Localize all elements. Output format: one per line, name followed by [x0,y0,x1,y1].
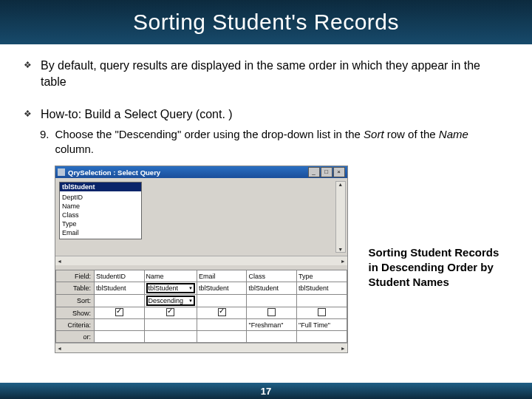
grid-label: Table: [56,282,95,295]
grid-label: or: [56,331,95,343]
show-checkbox[interactable] [115,308,123,316]
step-item: 9. Choose the "Descending" order using t… [40,127,508,157]
grid-cell[interactable]: Class [247,270,297,282]
diamond-bullet-icon: ❖ [24,58,32,90]
table-dropdown[interactable]: tblStudent▼ [146,283,195,293]
window-title: QrySelection : Select Query [68,168,308,177]
window-icon [58,168,65,176]
grid-row-criteria: Criteria: "Freshman" "Full Time" [56,319,347,331]
horizontal-scrollbar[interactable]: ◄ ► [55,256,347,265]
show-checkbox[interactable] [218,308,226,316]
scroll-down-icon[interactable]: ▼ [338,247,343,252]
grid-cell[interactable] [297,331,347,343]
field-item[interactable]: Name [62,202,139,211]
grid-cell[interactable] [197,319,247,331]
show-checkbox[interactable] [166,308,174,316]
grid-label: Field: [56,270,95,282]
minimize-button[interactable]: _ [308,167,320,177]
grid-cell[interactable] [197,331,247,343]
field-item[interactable]: Class [62,211,139,219]
grid-cell[interactable]: Type [297,270,347,282]
grid-cell[interactable]: tblStudent [297,282,347,295]
field-item[interactable]: Email [62,228,139,237]
step-text: Choose the "Descending" order using the … [55,127,508,157]
table-field-body: DeptID Name Class Type Email [60,191,141,239]
grid-cell[interactable]: tblStudent [247,282,297,295]
grid-cell[interactable] [95,307,145,319]
grid-cell[interactable] [144,331,197,343]
grid-cell[interactable] [144,319,197,331]
access-query-window: QrySelection : Select Query _ □ × tblStu… [55,166,348,353]
slide-title: Sorting Student's Records [133,10,399,35]
grid-cell[interactable] [297,295,347,307]
diamond-bullet-icon: ❖ [24,106,32,123]
window-buttons: _ □ × [308,167,345,177]
grid-cell[interactable] [247,307,297,319]
grid-cell[interactable]: Email [197,270,247,282]
grid-cell[interactable]: Descending▼ [144,295,197,307]
grid-cell[interactable] [95,295,145,307]
grid-label: Sort: [56,295,95,307]
callout-text: Sorting Student Records in Descending Or… [369,245,508,290]
grid-cell[interactable]: "Full Time" [297,319,347,331]
grid-row-sort: Sort: Descending▼ [56,295,347,307]
grid-cell[interactable]: tblStudent▼ [144,282,197,295]
grid-cell[interactable] [95,319,145,331]
grid-cell[interactable] [247,331,297,343]
title-band: Sorting Student's Records [0,0,532,44]
grid-cell[interactable] [95,331,145,343]
query-design-pane: tblStudent DeptID Name Class Type Email … [55,178,347,256]
grid-row-or: or: [56,331,347,343]
scroll-left-icon[interactable]: ◄ [57,346,62,351]
screenshot-area: QrySelection : Select Query _ □ × tblStu… [55,166,508,353]
grid-cell[interactable]: Name [144,270,197,282]
scroll-left-icon[interactable]: ◄ [57,259,62,264]
step-number: 9. [40,127,50,157]
grid-row-field: Field: StudentID Name Email Class Type [56,270,347,282]
grid-row-show: Show: [56,307,347,319]
grid-cell[interactable]: "Freshman" [247,319,297,331]
footer-bar: 17 [0,383,532,399]
grid-cell[interactable] [197,307,247,319]
grid-cell[interactable]: tblStudent [197,282,247,295]
table-field-list[interactable]: tblStudent DeptID Name Class Type Email [59,182,142,239]
scroll-right-icon[interactable]: ► [341,259,346,264]
maximize-button[interactable]: □ [321,167,332,177]
scroll-right-icon[interactable]: ► [341,346,346,351]
bullet-text: By default, query results are displayed … [41,58,508,90]
show-checkbox[interactable] [267,308,276,316]
content-area: ❖ By default, query results are displaye… [0,44,532,353]
grid-cell[interactable] [144,307,197,319]
field-item[interactable]: Type [62,219,139,228]
chevron-down-icon: ▼ [188,286,193,290]
scroll-up-icon[interactable]: ▲ [338,182,343,187]
show-checkbox[interactable] [318,308,326,316]
grid-cell[interactable]: tblStudent [95,282,145,295]
table-field-header: tblStudent [60,183,141,191]
query-design-grid: Field: StudentID Name Email Class Type T… [55,270,347,343]
grid-label: Criteria: [56,319,95,331]
grid-row-table: Table: tblStudent tblStudent▼ tblStudent… [56,282,347,295]
vertical-scrollbar[interactable]: ▲ ▼ [335,181,346,253]
bullet-item: ❖ By default, query results are displaye… [24,58,508,90]
window-titlebar: QrySelection : Select Query _ □ × [55,166,347,178]
grid-cell[interactable]: StudentID [95,270,145,282]
grid-cell[interactable] [197,295,247,307]
grid-cell[interactable] [247,295,297,307]
grid-label: Show: [56,307,95,319]
bullet-item: ❖ How-to: Build a Select Query (cont. ) [24,106,508,123]
horizontal-scrollbar[interactable]: ◄ ► [55,343,347,352]
page-number: 17 [261,386,271,397]
bullet-text: How-to: Build a Select Query (cont. ) [41,106,233,123]
sort-dropdown[interactable]: Descending▼ [146,296,195,306]
close-button[interactable]: × [333,167,345,177]
grid-cell[interactable] [297,307,347,319]
chevron-down-icon: ▼ [188,299,193,303]
field-item[interactable]: DeptID [62,193,139,202]
